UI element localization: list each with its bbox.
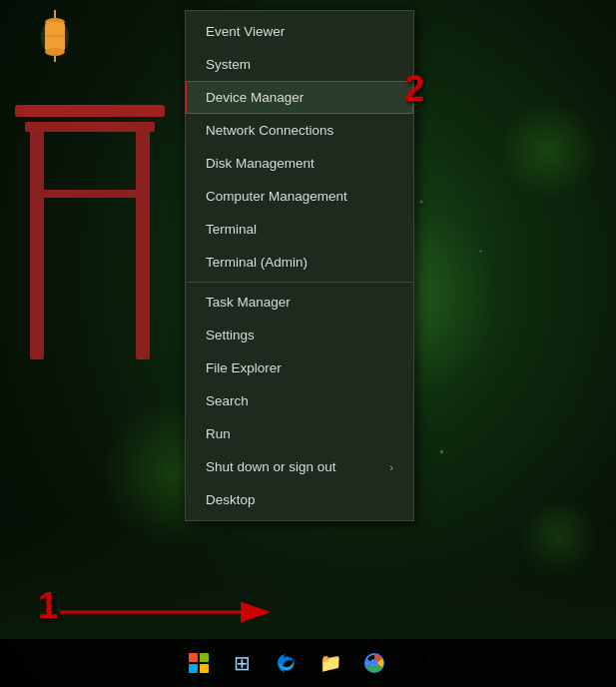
menu-item-label: Computer Management — [206, 189, 347, 204]
menu-item-label: Run — [206, 426, 231, 441]
chrome-icon — [363, 652, 385, 674]
lantern — [35, 10, 75, 70]
menu-item-label: Device Manager — [206, 90, 304, 105]
maps-button[interactable]: 🗺 — [398, 643, 438, 683]
label-1: 1 — [38, 585, 58, 627]
file-explorer-button[interactable]: 📁 — [310, 643, 350, 683]
menu-item-system[interactable]: System — [186, 48, 413, 81]
menu-item-label: Shut down or sign out — [206, 459, 336, 474]
svg-point-11 — [41, 19, 69, 55]
folder-icon: 📁 — [319, 652, 341, 674]
menu-item-disk-management[interactable]: Disk Management — [186, 147, 413, 180]
particle — [439, 449, 444, 454]
menu-item-label: File Explorer — [206, 360, 282, 375]
edge-button[interactable] — [267, 643, 307, 683]
svg-rect-2 — [15, 105, 165, 117]
menu-item-desktop[interactable]: Desktop — [186, 483, 413, 516]
menu-item-settings[interactable]: Settings — [186, 319, 413, 351]
menu-item-label: Settings — [206, 328, 255, 343]
menu-item-computer-management[interactable]: Computer Management — [186, 180, 413, 213]
menu-item-label: Task Manager — [206, 295, 291, 310]
taskbar: ⊞ 📁 🗺 — [0, 639, 616, 687]
glow-3 — [499, 100, 599, 200]
torii-gate — [10, 50, 170, 369]
menu-item-label: Search — [206, 393, 249, 408]
menu-item-file-explorer[interactable]: File Explorer — [186, 351, 413, 384]
menu-item-label: Terminal (Admin) — [206, 255, 308, 270]
menu-item-device-manager[interactable]: Device Manager — [186, 81, 413, 114]
svg-rect-4 — [34, 190, 146, 198]
svg-rect-1 — [136, 130, 150, 359]
submenu-arrow-icon: › — [389, 461, 393, 473]
edge-icon — [276, 652, 298, 674]
menu-item-label: System — [206, 57, 251, 72]
menu-item-run[interactable]: Run — [186, 417, 413, 450]
start-button[interactable] — [179, 643, 219, 683]
menu-item-terminal-admin[interactable]: Terminal (Admin) — [186, 246, 413, 279]
menu-item-shut-down[interactable]: Shut down or sign out › — [186, 450, 413, 483]
svg-rect-0 — [30, 130, 44, 359]
maps-icon: 🗺 — [409, 653, 427, 674]
menu-item-label: Network Connections — [206, 123, 333, 138]
svg-rect-3 — [25, 122, 155, 132]
menu-item-event-viewer[interactable]: Event Viewer — [186, 15, 413, 48]
menu-item-label: Terminal — [206, 222, 257, 237]
context-menu: Event Viewer System Device Manager Netwo… — [185, 10, 414, 521]
menu-item-task-manager[interactable]: Task Manager — [186, 286, 413, 319]
menu-item-label: Event Viewer — [206, 24, 285, 39]
particle — [479, 250, 482, 253]
menu-item-network-connections[interactable]: Network Connections — [186, 114, 413, 147]
widgets-button[interactable]: ⊞ — [223, 643, 263, 683]
menu-item-label: Disk Management — [206, 156, 314, 171]
widgets-icon: ⊞ — [234, 651, 251, 675]
menu-item-label: Desktop — [206, 492, 256, 507]
windows-logo-icon — [189, 653, 209, 673]
menu-divider — [186, 282, 413, 283]
particle — [419, 200, 423, 204]
label-2: 2 — [404, 68, 424, 110]
arrow-1 — [60, 592, 280, 632]
chrome-button[interactable] — [354, 643, 394, 683]
menu-item-terminal[interactable]: Terminal — [186, 213, 413, 246]
menu-item-search[interactable]: Search — [186, 384, 413, 417]
